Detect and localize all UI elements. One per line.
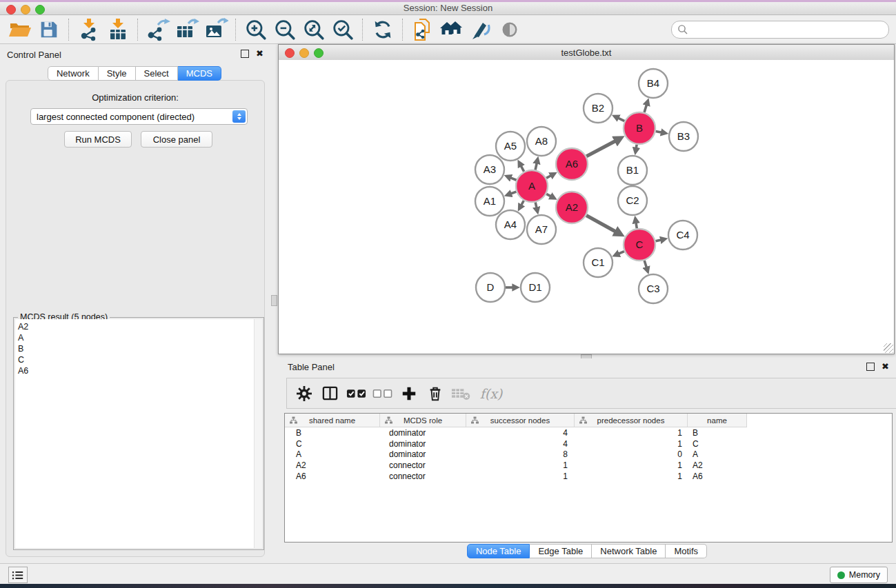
zoom-selected-icon[interactable]: [328, 17, 357, 42]
edge-A-A7[interactable]: [535, 202, 537, 208]
ndex-home-icon[interactable]: [437, 17, 466, 42]
cell-predecessor-nodes[interactable]: 1: [573, 439, 685, 450]
edge-A2-C[interactable]: [586, 216, 617, 232]
edge-C-C3[interactable]: [644, 261, 646, 268]
close-panel-button[interactable]: Close panel: [141, 131, 212, 148]
cell-predecessor-nodes[interactable]: 1: [573, 472, 685, 483]
edge-A6-B[interactable]: [586, 141, 616, 156]
graph-node-C[interactable]: C: [624, 229, 655, 261]
tab-select[interactable]: Select: [136, 66, 178, 81]
table-row-A[interactable]: Adominator80A: [285, 449, 892, 460]
cell-successor-nodes[interactable]: 1: [465, 460, 573, 472]
graph-node-B4[interactable]: B4: [639, 69, 668, 98]
apply-style-icon[interactable]: [466, 17, 495, 42]
graph-node-A2[interactable]: A2: [556, 192, 588, 223]
tab-node-table[interactable]: Node Table: [467, 544, 530, 558]
close-panel-icon[interactable]: ✖: [256, 50, 263, 57]
table-row-A6[interactable]: A6connector11A6: [285, 472, 892, 483]
edge-A-A5[interactable]: [521, 165, 524, 172]
table-row-A2[interactable]: A2connector11A2: [285, 460, 892, 472]
edge-A-A6[interactable]: [546, 175, 551, 178]
graph-node-A5[interactable]: A5: [496, 132, 525, 161]
graph-node-A6[interactable]: A6: [556, 148, 588, 180]
tab-mcds[interactable]: MCDS: [178, 66, 221, 81]
tab-network[interactable]: Network: [48, 66, 99, 81]
edge-B-B2[interactable]: [618, 118, 625, 121]
cell-successor-nodes[interactable]: 4: [465, 428, 573, 439]
cell-shared-name[interactable]: B: [285, 428, 379, 439]
result-item-B[interactable]: B: [15, 343, 262, 354]
edge-C-C2[interactable]: [636, 222, 637, 228]
zoom-fit-icon[interactable]: [299, 17, 328, 42]
graph-node-A4[interactable]: A4: [496, 210, 525, 239]
column-header-successor-nodes[interactable]: successor nodes: [466, 414, 575, 427]
edge-A-A3[interactable]: [510, 178, 517, 181]
cell-MCDS-role[interactable]: connector: [379, 460, 465, 472]
result-item-A[interactable]: A: [15, 332, 262, 343]
result-item-C[interactable]: C: [15, 354, 262, 365]
cell-shared-name[interactable]: A: [285, 449, 379, 460]
tab-style[interactable]: Style: [99, 66, 136, 81]
column-header-predecessor-nodes[interactable]: predecessor nodes: [575, 414, 688, 427]
cell-predecessor-nodes[interactable]: 0: [573, 449, 685, 460]
cell-name[interactable]: A: [685, 449, 744, 460]
cell-successor-nodes[interactable]: 8: [465, 449, 573, 460]
result-list-scrollbar[interactable]: [254, 319, 262, 548]
column-visibility-icon[interactable]: [320, 383, 340, 404]
mcds-result-list[interactable]: A2ABCA6: [15, 319, 262, 548]
tab-network-table[interactable]: Network Table: [592, 544, 666, 558]
graph-node-A1[interactable]: A1: [475, 187, 504, 216]
cell-name[interactable]: A2: [685, 460, 744, 472]
criterion-dropdown[interactable]: largest connected component (directed): [30, 108, 248, 125]
edge-C-C4[interactable]: [655, 240, 661, 241]
deselect-all-icon[interactable]: [372, 383, 392, 404]
close-table-panel-icon[interactable]: ✖: [882, 363, 889, 370]
table-row-C[interactable]: Cdominator41C: [285, 439, 892, 450]
result-item-A6[interactable]: A6: [15, 365, 262, 376]
graph-node-A[interactable]: A: [516, 170, 548, 202]
graph-node-C2[interactable]: C2: [618, 186, 647, 215]
open-in-cyndex-icon[interactable]: [408, 17, 437, 42]
float-table-panel-icon[interactable]: [866, 363, 875, 371]
cell-successor-nodes[interactable]: 1: [465, 472, 573, 483]
graph-node-C1[interactable]: C1: [584, 248, 613, 277]
zoom-in-icon[interactable]: [241, 17, 270, 42]
save-session-icon[interactable]: [34, 17, 63, 42]
edge-A-A2[interactable]: [546, 194, 551, 196]
cell-MCDS-role[interactable]: dominator: [379, 439, 465, 450]
memory-button[interactable]: Memory: [830, 567, 888, 583]
graph-node-B1[interactable]: B1: [618, 156, 647, 185]
network-canvas[interactable]: B4B2BB3A8A5A6A3B1AA1C2A2A4A7C4CC1C3DD1: [279, 60, 894, 354]
cell-predecessor-nodes[interactable]: 1: [573, 460, 685, 472]
cell-successor-nodes[interactable]: 4: [465, 439, 573, 450]
open-file-icon[interactable]: [6, 17, 34, 42]
graph-node-A7[interactable]: A7: [527, 215, 556, 244]
edge-B-B3[interactable]: [656, 131, 662, 132]
graph-node-A8[interactable]: A8: [527, 127, 556, 156]
import-network-icon[interactable]: [74, 17, 103, 42]
graph-node-B3[interactable]: B3: [669, 122, 698, 151]
cell-name[interactable]: A6: [685, 472, 744, 483]
cell-predecessor-nodes[interactable]: 1: [573, 428, 685, 439]
cell-name[interactable]: B: [685, 428, 744, 439]
graph-node-D[interactable]: D: [476, 273, 505, 302]
add-column-icon[interactable]: [399, 383, 419, 404]
cell-MCDS-role[interactable]: connector: [379, 472, 465, 483]
graph-node-B2[interactable]: B2: [584, 94, 613, 123]
graph-node-A3[interactable]: A3: [475, 155, 504, 184]
graph-node-C4[interactable]: C4: [668, 221, 697, 250]
tab-motifs[interactable]: Motifs: [666, 544, 707, 558]
table-row-B[interactable]: Bdominator41B: [285, 428, 892, 439]
edge-B-B1[interactable]: [636, 145, 637, 149]
edge-A-A1[interactable]: [510, 192, 517, 194]
column-header-MCDS-role[interactable]: MCDS role: [380, 414, 466, 427]
export-network-icon[interactable]: [143, 17, 172, 42]
graph-node-D1[interactable]: D1: [521, 273, 550, 302]
cell-name[interactable]: C: [685, 439, 744, 450]
window-resize-grip[interactable]: [884, 343, 893, 353]
edge-A-A4[interactable]: [521, 201, 524, 205]
result-item-A2[interactable]: A2: [15, 321, 262, 332]
cell-MCDS-role[interactable]: dominator: [379, 449, 465, 460]
task-history-button[interactable]: [8, 567, 28, 583]
cell-shared-name[interactable]: A6: [285, 472, 379, 483]
